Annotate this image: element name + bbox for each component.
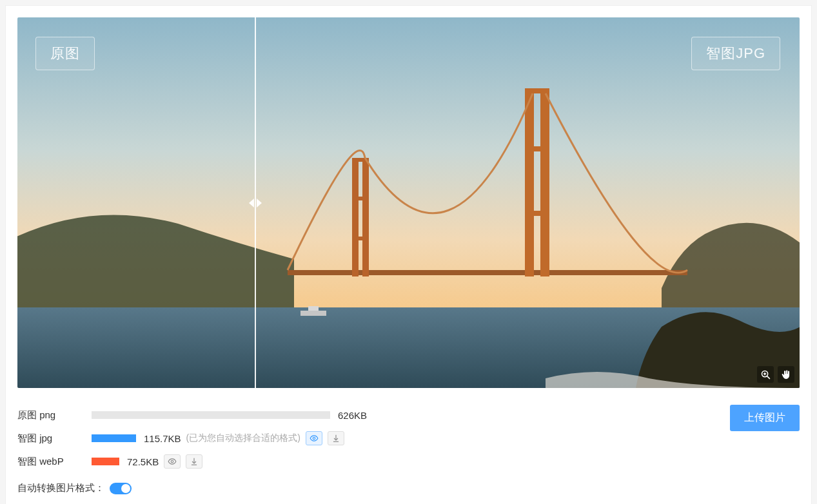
upload-button[interactable]: 上传图片: [730, 405, 800, 431]
svg-rect-14: [308, 306, 319, 311]
row-jpg: 智图 jpg 115.7KB (已为您自动选择合适的格式): [17, 429, 730, 447]
auto-convert-row: 自动转换图片格式：: [17, 482, 730, 494]
comparison-preview: 原图 智图JPG: [17, 17, 800, 388]
auto-convert-label: 自动转换图片格式：: [17, 482, 104, 494]
original-badge: 原图: [35, 37, 95, 70]
original-label: 原图 png: [17, 409, 92, 422]
svg-rect-7: [525, 88, 534, 276]
svg-rect-13: [300, 311, 326, 316]
svg-rect-9: [526, 88, 548, 93]
svg-rect-6: [353, 237, 368, 240]
original-size: 626KB: [338, 410, 367, 421]
eye-icon: [310, 434, 319, 443]
compressed-badge: 智图JPG: [691, 37, 780, 70]
webp-size: 72.5KB: [127, 456, 159, 467]
download-icon: [331, 434, 340, 443]
hand-drag-icon[interactable]: [778, 366, 794, 383]
image-compare-card: 原图 智图JPG 原图 png 626KB: [5, 5, 812, 504]
svg-point-20: [171, 460, 173, 463]
svg-rect-1: [288, 270, 687, 275]
jpg-bar: [92, 434, 136, 442]
svg-rect-11: [526, 211, 548, 216]
jpg-download-button[interactable]: [328, 431, 344, 445]
jpg-size: 115.7KB: [144, 433, 181, 444]
auto-convert-toggle[interactable]: [110, 483, 132, 494]
jpg-hint: (已为您自动选择合适的格式): [186, 432, 300, 444]
svg-rect-10: [526, 146, 548, 151]
download-icon: [190, 457, 199, 466]
webp-download-button[interactable]: [186, 454, 202, 469]
svg-line-16: [767, 376, 769, 378]
row-original: 原图 png 626KB: [17, 406, 730, 424]
row-webp: 智图 webP 72.5KB: [17, 452, 730, 470]
stats-section: 原图 png 626KB 智图 jpg 115.7KB (已为您自动选择合适的格…: [17, 406, 800, 494]
slider-handle-icon: [248, 195, 263, 211]
original-bar: [92, 411, 330, 419]
svg-point-19: [313, 437, 315, 440]
svg-rect-8: [540, 88, 549, 276]
svg-rect-3: [362, 158, 369, 276]
jpg-preview-button[interactable]: [306, 431, 322, 445]
jpg-label: 智图 jpg: [17, 432, 92, 445]
svg-rect-5: [353, 197, 368, 200]
preview-tools: [757, 366, 794, 383]
webp-label: 智图 webP: [17, 456, 92, 468]
zoom-in-icon[interactable]: [757, 366, 774, 383]
webp-preview-button[interactable]: [164, 454, 181, 469]
compare-slider[interactable]: [255, 17, 256, 388]
svg-rect-2: [352, 158, 359, 276]
eye-icon: [168, 457, 177, 466]
webp-bar: [92, 458, 119, 465]
preview-image: [17, 17, 800, 388]
